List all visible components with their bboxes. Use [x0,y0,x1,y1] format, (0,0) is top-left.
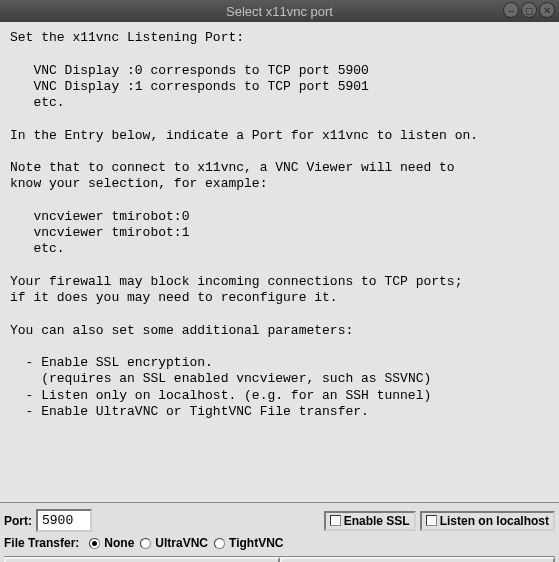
minimize-icon[interactable]: – [503,2,519,18]
file-transfer-label: File Transfer: [4,536,79,550]
radio-label: UltraVNC [155,536,208,550]
checkbox-icon [330,515,341,526]
radio-icon [89,538,100,549]
instruction-text: Set the x11vnc Listening Port: VNC Displ… [0,22,559,428]
port-label: Port: [4,514,32,528]
file-transfer-group: None UltraVNC TightVNC [89,536,283,550]
checkbox-icon [426,515,437,526]
window-title: Select x11vnc port [226,4,333,19]
window-controls: – ◻ ✕ [503,2,555,18]
titlebar: Select x11vnc port – ◻ ✕ [0,0,559,22]
listen-localhost-checkbox[interactable]: Listen on localhost [420,511,555,531]
radio-icon [140,538,151,549]
enable-ssl-checkbox[interactable]: Enable SSL [324,511,416,531]
file-transfer-none[interactable]: None [89,536,134,550]
file-transfer-ultra[interactable]: UltraVNC [140,536,208,550]
maximize-icon[interactable]: ◻ [521,2,537,18]
close-icon[interactable]: ✕ [539,2,555,18]
radio-label: None [104,536,134,550]
radio-label: TightVNC [229,536,283,550]
controls-panel: Port: Enable SSL Listen on localhost Fil… [0,502,559,562]
content-area: Set the x11vnc Listening Port: VNC Displ… [0,22,559,502]
ok-button[interactable]: OK [4,557,280,562]
enable-ssl-label: Enable SSL [344,514,410,528]
dialog-buttons: OK Cancel [4,556,555,562]
radio-icon [214,538,225,549]
port-input[interactable] [36,509,92,532]
file-transfer-tight[interactable]: TightVNC [214,536,283,550]
listen-localhost-label: Listen on localhost [440,514,549,528]
cancel-button[interactable]: Cancel [280,557,556,562]
